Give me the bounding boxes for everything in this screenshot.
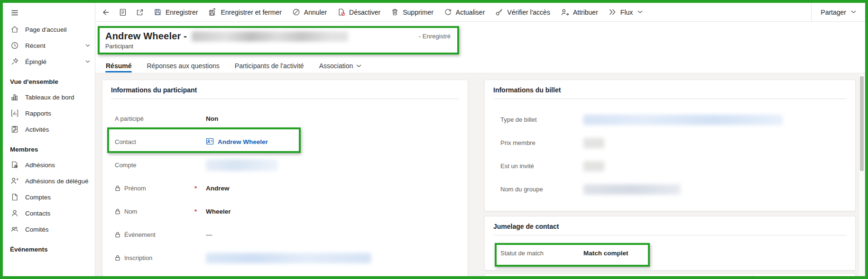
sidebar-item-adhesions[interactable]: Adhésions bbox=[3, 157, 95, 173]
report-icon bbox=[10, 108, 19, 118]
sidebar-item-comptes[interactable]: Comptes bbox=[3, 189, 95, 205]
field-est-un-invite: Est un invité bbox=[485, 154, 855, 178]
sidebar-section-membres: Membres bbox=[3, 142, 95, 157]
save-close-icon bbox=[208, 8, 217, 17]
lock-icon bbox=[115, 208, 120, 215]
cancel-prohibited-icon bbox=[292, 8, 300, 16]
form-content: Informations du participant A participé … bbox=[95, 73, 865, 276]
sidebar-item-label: Contacts bbox=[25, 210, 50, 217]
redacted-value bbox=[583, 115, 783, 125]
title-highlight-box: Andrew Wheeler - - Enregistré Participan… bbox=[98, 26, 459, 54]
entity-type-label: Participant bbox=[105, 43, 452, 50]
people-icon bbox=[10, 225, 19, 234]
tab-reponses-aux-questions[interactable]: Réponses aux questions bbox=[146, 59, 220, 73]
lock-icon bbox=[115, 232, 120, 238]
chevron-down-icon bbox=[851, 10, 856, 14]
ticket-info-card: Informations du billet Type de billet Pr… bbox=[484, 80, 856, 211]
cancel-button[interactable]: Annuler bbox=[287, 5, 332, 19]
field-contact: Contact Andrew Wheeler bbox=[102, 130, 468, 153]
sidebar-item-contacts[interactable]: Contacts bbox=[3, 205, 95, 221]
redacted-value bbox=[206, 159, 278, 171]
sidebar-item-activites[interactable]: Activités bbox=[3, 121, 95, 137]
saved-status: - Enregistré bbox=[419, 33, 452, 40]
deactivate-icon bbox=[337, 8, 345, 16]
app-window: Page d'accueil Récent Épinglé Vue d'ense… bbox=[0, 0, 868, 279]
membership-document-icon bbox=[10, 160, 19, 170]
timeline-flow-button[interactable]: Flux bbox=[798, 275, 829, 276]
flow-icon bbox=[609, 9, 617, 16]
lock-icon bbox=[115, 255, 120, 261]
field-nom-du-groupe: Nom du groupe bbox=[485, 178, 855, 201]
sidebar: Page d'accueil Récent Épinglé Vue d'ense… bbox=[3, 3, 95, 276]
flow-button[interactable]: Flux bbox=[603, 5, 648, 19]
contact-matching-card: Jumelage de contact Statut de match Matc… bbox=[484, 216, 856, 270]
vertical-scrollbar[interactable] bbox=[859, 74, 865, 276]
field-a-participe: A participé Non bbox=[102, 107, 468, 130]
field-label: Inscription bbox=[124, 254, 152, 261]
refresh-button[interactable]: Actualiser bbox=[439, 5, 490, 19]
chevron-down-icon[interactable] bbox=[85, 60, 90, 63]
sidebar-section-vue-densemble: Vue d'ensemble bbox=[3, 74, 95, 89]
hamburger-menu-icon[interactable] bbox=[9, 7, 20, 18]
popout-button[interactable] bbox=[131, 5, 148, 19]
sidebar-item-label: Épinglé bbox=[25, 58, 46, 65]
sidebar-item-label: Rapports bbox=[25, 110, 51, 117]
sidebar-item-label: Adhésions bbox=[25, 162, 55, 169]
tab-participants-de-lactivite[interactable]: Participants de l'activité bbox=[234, 59, 305, 73]
tab-association[interactable]: Association bbox=[319, 59, 362, 73]
deactivate-button[interactable]: Désactiver bbox=[332, 5, 386, 19]
sidebar-item-tableaux-de-bord[interactable]: Tableaux de bord bbox=[3, 89, 95, 105]
redacted-title-text bbox=[192, 31, 348, 42]
scrollbar-thumb[interactable] bbox=[860, 76, 864, 171]
field-value: Andrew bbox=[206, 185, 230, 192]
trash-icon bbox=[391, 8, 399, 16]
field-value: --- bbox=[206, 231, 212, 238]
field-compte: Compte bbox=[102, 153, 468, 177]
chevron-down-icon[interactable] bbox=[85, 44, 90, 47]
delete-button[interactable]: Supprimer bbox=[386, 5, 439, 19]
sidebar-item-page-daccueil[interactable]: Page d'accueil bbox=[3, 21, 95, 37]
sidebar-item-comites[interactable]: Comités bbox=[3, 221, 95, 237]
field-prix-membre: Prix membre bbox=[485, 131, 855, 154]
field-inscription: Inscription bbox=[102, 246, 468, 270]
field-label: Nom du groupe bbox=[500, 186, 543, 193]
field-evenement: Événement --- bbox=[102, 223, 468, 246]
field-label: Nom bbox=[124, 208, 137, 215]
share-button[interactable]: Partager bbox=[811, 3, 865, 22]
contact-lookup-link[interactable]: Andrew Wheeler bbox=[206, 137, 268, 147]
document-icon bbox=[10, 192, 19, 202]
pin-icon bbox=[10, 57, 19, 66]
sidebar-item-label: Adhésions de délégué bbox=[25, 178, 89, 185]
field-label: Est un invité bbox=[500, 162, 534, 170]
redacted-value bbox=[583, 138, 604, 148]
save-button[interactable]: Enregistrer bbox=[148, 5, 203, 19]
assign-button[interactable]: Attribuer bbox=[555, 5, 603, 19]
form-list-icon bbox=[119, 8, 127, 17]
sidebar-section-evenements: Événements bbox=[3, 242, 95, 257]
tab-resume[interactable]: Résumé bbox=[105, 59, 132, 73]
participant-info-card: Informations du participant A participé … bbox=[102, 80, 468, 276]
field-value: Wheeler bbox=[206, 208, 231, 215]
sidebar-item-adhesions-de-delegue[interactable]: Adhésions de délégué bbox=[3, 173, 95, 189]
form-selector-button[interactable] bbox=[114, 5, 131, 19]
redacted-value bbox=[206, 253, 371, 263]
back-button[interactable] bbox=[97, 5, 114, 19]
sidebar-item-recent[interactable]: Récent bbox=[3, 37, 95, 54]
refresh-icon bbox=[444, 8, 452, 16]
field-label: Statut de match bbox=[500, 250, 544, 257]
assign-person-icon bbox=[561, 8, 569, 17]
contact-card-icon bbox=[206, 137, 214, 147]
field-label: A participé bbox=[115, 115, 144, 122]
save-and-close-button[interactable]: Enregistrer et fermer bbox=[203, 5, 286, 19]
field-label: Compte bbox=[115, 162, 137, 169]
sidebar-item-epingle[interactable]: Épinglé bbox=[3, 54, 95, 70]
sidebar-item-rapports[interactable]: Rapports bbox=[3, 105, 95, 121]
field-label: Prix membre bbox=[500, 139, 536, 146]
dashboard-icon bbox=[10, 92, 19, 102]
required-marker: * bbox=[194, 185, 206, 192]
field-label: Événement bbox=[124, 231, 156, 238]
field-statut-de-match: Statut de match Match complet bbox=[485, 242, 855, 265]
clock-icon bbox=[10, 41, 19, 50]
timeline-refresh-button[interactable]: Actualiser bbox=[749, 275, 787, 276]
check-access-button[interactable]: Vérifier l'accès bbox=[490, 5, 555, 19]
